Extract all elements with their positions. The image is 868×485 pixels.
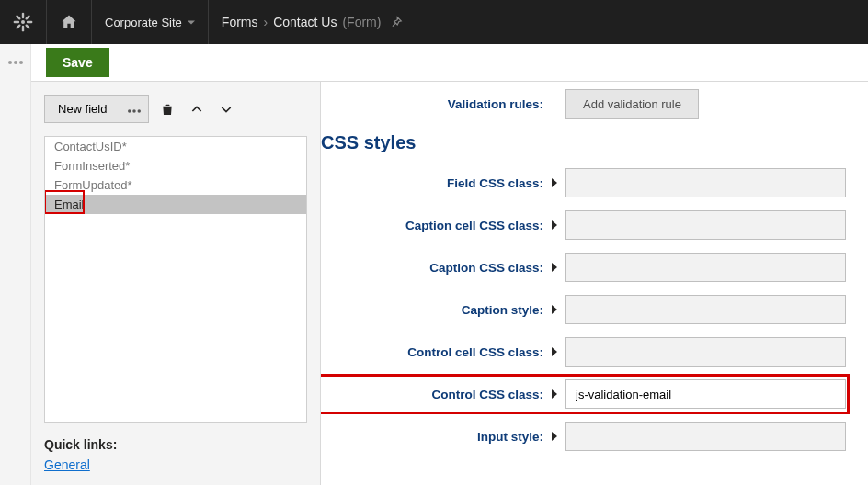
- svg-point-14: [138, 109, 142, 113]
- quick-links-title: Quick links:: [44, 437, 307, 452]
- caption-style-label: Caption style:: [321, 303, 551, 317]
- caret-right-icon: [552, 305, 559, 314]
- svg-point-10: [14, 61, 17, 64]
- svg-line-6: [27, 26, 29, 28]
- ellipsis-icon: [8, 61, 23, 64]
- ellipsis-icon: [128, 109, 141, 113]
- input-style-label: Input style:: [321, 430, 551, 444]
- site-label: Corporate Site: [105, 16, 182, 29]
- control-css-label: Control CSS class:: [321, 388, 551, 401]
- field-css-label: Field CSS class:: [321, 176, 551, 190]
- svg-line-7: [27, 16, 29, 18]
- dropdown-caret-icon: [188, 18, 195, 26]
- quick-link-general[interactable]: General: [44, 457, 90, 472]
- svg-point-13: [133, 109, 137, 113]
- svg-point-12: [128, 109, 131, 113]
- pin-icon[interactable]: [390, 16, 403, 28]
- caret-right-icon: [552, 432, 559, 441]
- breadcrumb-current: Contact Us: [273, 15, 337, 29]
- save-button[interactable]: Save: [46, 48, 109, 77]
- svg-line-8: [17, 26, 19, 28]
- caret-right-icon: [552, 389, 559, 399]
- fields-panel: New field: [31, 82, 321, 485]
- field-css-input[interactable]: [565, 168, 846, 197]
- validation-row: Validation rules: Add validation rule: [321, 89, 846, 119]
- home-icon: [60, 13, 78, 31]
- control-cell-css-input[interactable]: [565, 337, 846, 367]
- list-item[interactable]: FormInserted*: [45, 156, 306, 175]
- breadcrumb-forms[interactable]: Forms: [222, 15, 258, 29]
- svg-point-11: [19, 61, 23, 64]
- input-style-row: Input style:: [321, 422, 846, 451]
- site-selector[interactable]: Corporate Site: [92, 0, 209, 44]
- field-css-row: Field CSS class:: [321, 168, 846, 197]
- caption-style-row: Caption style:: [321, 295, 846, 324]
- breadcrumb-suffix: (Form): [342, 15, 381, 29]
- kentico-logo-icon: [13, 12, 33, 32]
- control-css-row: Control CSS class:: [321, 379, 846, 409]
- field-list[interactable]: ContactUsID* FormInserted* FormUpdated* …: [44, 136, 307, 423]
- svg-point-0: [21, 20, 25, 24]
- collapsed-rail[interactable]: [0, 44, 31, 485]
- field-editor: Validation rules: Add validation rule CS…: [321, 82, 868, 485]
- main-area: Save New field: [31, 44, 868, 485]
- home-button[interactable]: [47, 0, 92, 44]
- input-style-input[interactable]: [565, 422, 846, 451]
- breadcrumb: Forms › Contact Us (Form): [209, 0, 417, 44]
- list-item[interactable]: FormUpdated*: [45, 175, 306, 195]
- action-toolbar: Save: [31, 44, 868, 82]
- field-toolbar: New field: [44, 95, 307, 123]
- caption-css-label: Caption CSS class:: [321, 261, 551, 275]
- svg-point-9: [8, 61, 12, 64]
- content-row: New field: [31, 82, 868, 485]
- section-title-css: CSS styles: [321, 132, 846, 153]
- move-up-button[interactable]: [186, 98, 208, 120]
- caption-style-input[interactable]: [565, 295, 846, 324]
- caret-right-icon: [552, 220, 559, 230]
- new-field-button[interactable]: New field: [44, 95, 120, 123]
- chevron-down-icon: [219, 102, 234, 117]
- add-validation-rule-button[interactable]: Add validation rule: [565, 89, 699, 119]
- top-bar: Corporate Site Forms › Contact Us (Form): [0, 0, 868, 44]
- list-item[interactable]: ContactUsID*: [45, 137, 306, 156]
- caption-cell-css-label: Caption cell CSS class:: [321, 219, 551, 232]
- control-cell-css-row: Control cell CSS class:: [321, 337, 846, 367]
- caption-cell-css-row: Caption cell CSS class:: [321, 210, 846, 240]
- list-item-selected[interactable]: Email: [45, 195, 306, 214]
- caret-right-icon: [552, 178, 559, 187]
- control-css-input[interactable]: [565, 379, 846, 409]
- caption-cell-css-input[interactable]: [565, 210, 846, 240]
- quick-links: Quick links: General: [44, 437, 307, 472]
- validation-label: Validation rules:: [321, 97, 551, 111]
- caret-right-icon: [552, 263, 559, 272]
- svg-line-5: [17, 16, 19, 18]
- trash-icon: [160, 101, 175, 118]
- control-cell-css-label: Control cell CSS class:: [321, 345, 551, 359]
- caption-css-row: Caption CSS class:: [321, 253, 846, 282]
- chevron-up-icon: [189, 102, 204, 117]
- new-field-more-button[interactable]: [120, 95, 149, 123]
- app-body: Save New field: [0, 44, 868, 485]
- breadcrumb-separator: ›: [264, 15, 268, 29]
- caption-css-input[interactable]: [565, 253, 846, 282]
- delete-field-button[interactable]: [156, 97, 178, 121]
- move-down-button[interactable]: [215, 98, 237, 120]
- caret-right-icon: [552, 347, 559, 356]
- app-logo[interactable]: [0, 0, 47, 44]
